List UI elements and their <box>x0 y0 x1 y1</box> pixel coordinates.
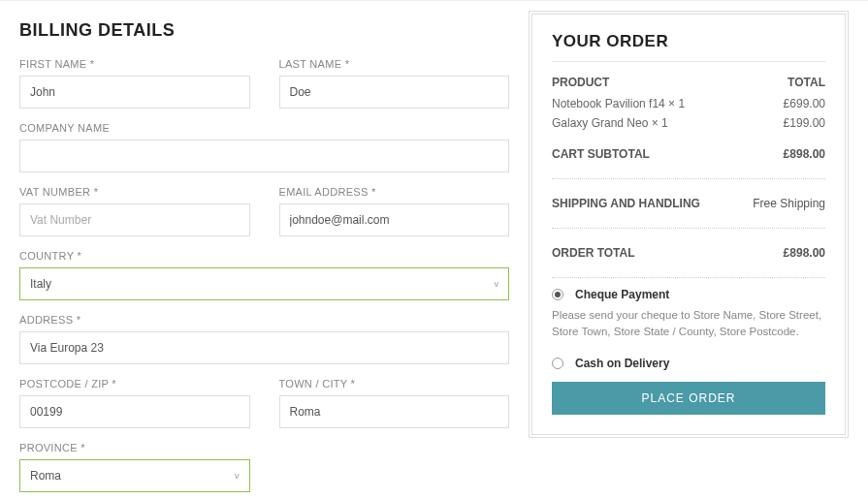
payment-cod-label: Cash on Delivery <box>575 357 669 370</box>
place-order-button[interactable]: PLACE ORDER <box>552 382 825 415</box>
email-input[interactable] <box>279 203 510 236</box>
payment-cheque-desc: Please send your cheque to Store Name, S… <box>552 307 825 341</box>
billing-title: BILLING DETAILS <box>19 20 509 41</box>
total-label: ORDER TOTAL <box>552 246 635 260</box>
vat-input[interactable] <box>19 203 250 236</box>
subtotal-label: CART SUBTOTAL <box>552 147 650 161</box>
header-total: TOTAL <box>788 76 825 89</box>
order-item: Notebook Pavilion f14 × 1 £699.00 <box>552 97 825 110</box>
order-item-name: Notebook Pavilion f14 × 1 <box>552 97 685 110</box>
chevron-down-icon: v <box>495 279 499 289</box>
divider <box>552 277 825 278</box>
address-input[interactable] <box>19 331 509 364</box>
country-value: Italy <box>30 277 51 291</box>
email-label: EMAIL ADDRESS * <box>279 186 510 198</box>
town-label: TOWN / CITY * <box>279 378 510 390</box>
province-label: PROVINCE * <box>19 442 250 453</box>
first-name-label: FIRST NAME * <box>19 58 250 70</box>
payment-cheque[interactable]: Cheque Payment <box>552 288 825 301</box>
subtotal-value: £898.00 <box>784 147 825 161</box>
vat-label: VAT NUMBER * <box>19 186 250 198</box>
province-value: Roma <box>30 469 61 483</box>
divider <box>552 178 825 179</box>
total-value: £898.00 <box>784 246 825 260</box>
postcode-label: POSTCODE / ZIP * <box>19 378 250 390</box>
town-input[interactable] <box>279 395 510 428</box>
order-item-price: £199.00 <box>784 116 825 130</box>
company-input[interactable] <box>19 140 509 172</box>
radio-icon <box>552 289 563 300</box>
radio-icon <box>552 358 563 369</box>
last-name-input[interactable] <box>279 76 510 109</box>
country-select[interactable]: Italy v <box>19 267 509 300</box>
divider <box>552 61 825 62</box>
company-label: COMPANY NAME <box>19 122 509 134</box>
order-item-name: Galaxy Grand Neo × 1 <box>552 116 668 130</box>
province-select[interactable]: Roma v <box>19 459 250 492</box>
shipping-label: SHIPPING AND HANDLING <box>552 197 700 210</box>
first-name-input[interactable] <box>19 76 250 109</box>
last-name-label: LAST NAME * <box>279 58 510 70</box>
order-title: YOUR ORDER <box>552 32 825 51</box>
chevron-down-icon: v <box>235 471 240 481</box>
payment-cheque-label: Cheque Payment <box>575 288 669 301</box>
divider <box>552 228 825 229</box>
order-item: Galaxy Grand Neo × 1 £199.00 <box>552 116 825 130</box>
order-item-price: £699.00 <box>784 97 825 110</box>
payment-cod[interactable]: Cash on Delivery <box>552 357 825 370</box>
header-product: PRODUCT <box>552 76 609 89</box>
address-label: ADDRESS * <box>19 314 509 326</box>
order-summary: YOUR ORDER PRODUCT TOTAL Notebook Pavili… <box>529 11 849 438</box>
country-label: COUNTRY * <box>19 250 509 262</box>
postcode-input[interactable] <box>19 395 250 428</box>
shipping-value: Free Shipping <box>753 197 825 210</box>
